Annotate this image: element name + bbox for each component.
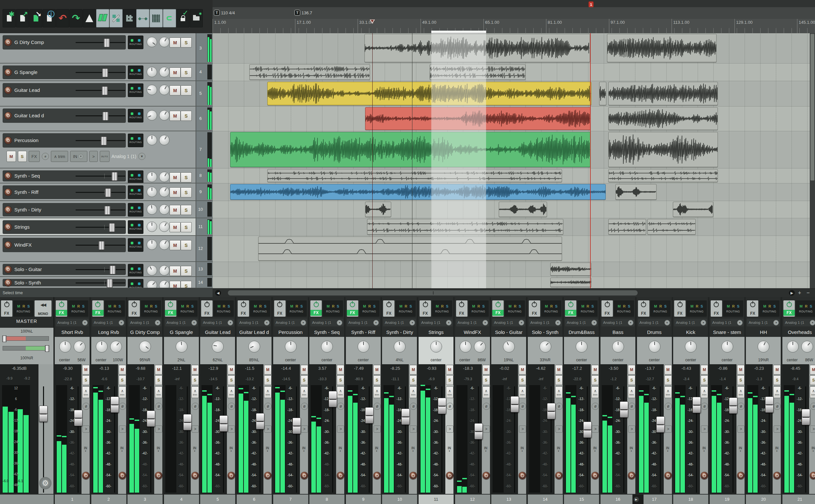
routing-button[interactable]: ROUTING: [128, 203, 143, 217]
mute-button[interactable]: M: [701, 365, 708, 375]
mixer-strip-g-spangle[interactable]: FXMRSROUTINGAnalog 1 (1▼G Spangle2%L-12.…: [164, 297, 199, 504]
media-item[interactable]: [599, 82, 606, 105]
solo-button[interactable]: S: [181, 240, 192, 250]
mixer-strip-overheads[interactable]: FXMRSROUTINGAnalog 1 (1▼Overheadscenter8…: [782, 297, 815, 504]
fader-thumb[interactable]: [292, 418, 301, 434]
routing-button[interactable]: MRSROUTING: [723, 300, 743, 317]
routing-button[interactable]: MRSROUTING: [13, 300, 34, 317]
mute-button[interactable]: M: [169, 85, 181, 95]
routing-button[interactable]: MRSROUTING: [286, 300, 307, 317]
pan-knob[interactable]: [394, 341, 405, 353]
fader-thumb[interactable]: [765, 396, 774, 413]
mute-button[interactable]: M: [410, 365, 417, 375]
solo-button[interactable]: S: [300, 375, 308, 385]
fader-track[interactable]: [78, 386, 79, 493]
mute-button[interactable]: M: [664, 365, 672, 375]
mute-button[interactable]: M: [169, 266, 181, 276]
fx-button[interactable]: FX: [347, 300, 358, 317]
fader-thumb[interactable]: [583, 422, 592, 438]
pan-knob[interactable]: [540, 341, 551, 353]
send-button[interactable]: >: [737, 425, 745, 433]
pan-knob[interactable]: [147, 239, 157, 250]
trim-envelope-button[interactable]: ∧trim: [119, 386, 126, 398]
routing-button[interactable]: ROUTING: [128, 65, 143, 79]
mute-button[interactable]: M: [155, 365, 162, 375]
pan-knob[interactable]: [147, 187, 157, 197]
send-button[interactable]: >: [82, 425, 90, 433]
trim-envelope-button[interactable]: ∧trim: [737, 386, 745, 398]
input-monitor-button[interactable]: IN▼: [154, 446, 162, 452]
mute-button[interactable]: M: [373, 365, 381, 375]
solo-button[interactable]: S: [337, 375, 344, 385]
input-monitor-button[interactable]: IN▼: [736, 446, 745, 452]
track-row-guitar-lead-d[interactable]: Guitar Lead dROUTINGMS6: [0, 107, 212, 131]
media-item[interactable]: [608, 107, 718, 130]
record-arm-button[interactable]: [555, 472, 563, 479]
record-arm-button[interactable]: [664, 472, 672, 479]
fader-thumb[interactable]: [511, 396, 519, 412]
media-item[interactable]: [608, 169, 718, 182]
width-knob[interactable]: [159, 67, 169, 77]
input-monitor-button[interactable]: IN▼: [81, 446, 90, 452]
mixer-strip-solo-guitar[interactable]: FXMRSROUTINGAnalog 1 (1▼Solo - Guitar19%…: [491, 297, 527, 504]
mute-button[interactable]: M: [227, 365, 235, 375]
track-row-synth-seq[interactable]: Synth - SeqROUTINGMS8: [0, 168, 212, 183]
fader-track[interactable]: [150, 386, 151, 493]
scroll-play-button[interactable]: ▶: [789, 290, 795, 296]
tempo-marker[interactable]: T136.7: [294, 9, 312, 16]
toolbar-grid-lines-button[interactable]: [150, 9, 163, 27]
fx-button[interactable]: FX: [638, 300, 649, 317]
send-button[interactable]: >: [665, 425, 672, 433]
mute-button[interactable]: M: [519, 365, 526, 375]
phase-button[interactable]: ø: [82, 403, 90, 410]
media-item[interactable]: [267, 169, 562, 182]
mute-button[interactable]: M: [773, 365, 781, 375]
fader-thumb[interactable]: [802, 409, 810, 425]
record-arm-button[interactable]: [5, 241, 12, 249]
fader-track[interactable]: [296, 386, 297, 493]
input-selector[interactable]: Analog 1 (1▼: [310, 319, 343, 326]
routing-button[interactable]: MRSROUTING: [323, 300, 343, 317]
fader-thumb[interactable]: [656, 416, 665, 433]
solo-button[interactable]: S: [264, 375, 271, 385]
media-item[interactable]: [673, 202, 713, 217]
input-monitor-button[interactable]: IN▼: [118, 446, 126, 452]
volume-slider-thumb[interactable]: [111, 172, 118, 181]
input-selector[interactable]: Analog 1 (1▼: [456, 319, 489, 326]
fader-thumb[interactable]: [692, 397, 701, 413]
pan-knob[interactable]: [147, 204, 157, 215]
mixer-strip-bass[interactable]: FXMRSROUTINGAnalog 1 (1▼Basscenter-3.50M…: [601, 297, 636, 504]
mute-button[interactable]: M: [169, 111, 181, 121]
mixer-strip-kick[interactable]: FXMRSROUTINGAnalog 1 (1▼Kickcenter-0.43M…: [673, 297, 708, 504]
record-arm-button[interactable]: [810, 472, 815, 479]
toolbar-envelope-points-button[interactable]: ◆─◆: [136, 9, 149, 27]
fader-thumb[interactable]: [110, 396, 119, 413]
routing-button[interactable]: MRSROUTING: [614, 300, 634, 317]
volume-slider-thumb[interactable]: [102, 68, 108, 77]
solo-button[interactable]: S: [227, 375, 235, 385]
phase-button[interactable]: ø: [628, 403, 635, 410]
solo-button[interactable]: S: [119, 375, 126, 385]
mute-button[interactable]: M: [169, 222, 181, 232]
record-arm-button[interactable]: [5, 279, 12, 286]
mute-button[interactable]: M: [169, 67, 181, 78]
mute-button[interactable]: M: [337, 365, 344, 375]
send-button[interactable]: >: [192, 425, 199, 433]
width-knob[interactable]: [801, 341, 813, 353]
routing-button[interactable]: MRSROUTING: [432, 300, 452, 317]
width-knob[interactable]: [110, 341, 122, 353]
width-knob[interactable]: [159, 110, 169, 121]
input-selector[interactable]: Analog 1 (1▼: [128, 319, 161, 326]
input-monitor-button[interactable]: IN▼: [773, 446, 781, 452]
width-knob[interactable]: [159, 172, 169, 182]
solo-button[interactable]: S: [181, 187, 192, 197]
media-item[interactable]: [550, 278, 591, 287]
track-row-synth-riff[interactable]: Synth - RiffROUTINGMS9: [0, 183, 212, 201]
fader-thumb[interactable]: [729, 397, 737, 414]
phase-button[interactable]: ø: [556, 403, 563, 410]
mute-button[interactable]: M: [264, 365, 271, 375]
mute-button[interactable]: M: [169, 205, 181, 215]
track-name-box[interactable]: Solo - Guitar: [3, 264, 126, 275]
mixer-strip-guitar-lead-d[interactable]: FXMRSROUTINGAnalog 1 (1▼Guitar Lead d85%…: [237, 297, 272, 504]
input-selector[interactable]: Analog 1 (1▼: [56, 319, 89, 326]
